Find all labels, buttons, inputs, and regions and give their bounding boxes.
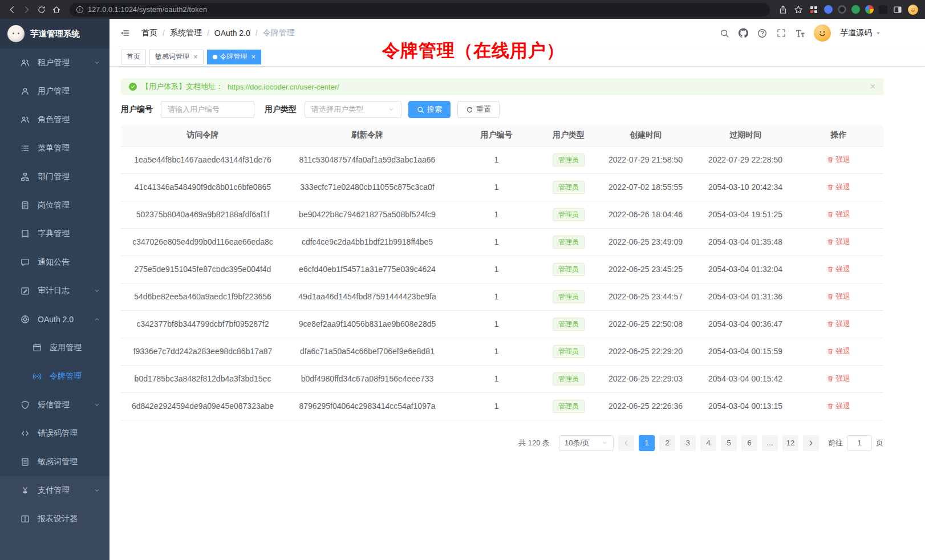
sidebar-item-auditlog[interactable]: 审计日志 bbox=[0, 277, 109, 305]
tab-close-icon[interactable]: × bbox=[193, 53, 198, 60]
font-size-icon[interactable] bbox=[795, 29, 805, 38]
page-button-6[interactable]: 6 bbox=[741, 435, 757, 451]
sidebar-item-oauth2[interactable]: OAuth 2.0 bbox=[0, 305, 109, 334]
user-avatar[interactable] bbox=[814, 25, 831, 42]
table-row: f9336e7c7dd242a283ee98dc86b17a87dfa6c71a… bbox=[121, 338, 883, 365]
sidebar-item-sms[interactable]: 短信管理 bbox=[0, 391, 109, 419]
page-size-select[interactable]: 10条/页 bbox=[559, 435, 614, 451]
sidebar-item-sensitive[interactable]: 敏感词管理 bbox=[0, 448, 109, 476]
sidebar-item-dict[interactable]: 字典管理 bbox=[0, 220, 109, 248]
address-bar[interactable]: 127.0.0.1:1024/system/oauth2/token bbox=[70, 3, 770, 17]
breadcrumb-item[interactable]: OAuth 2.0 bbox=[214, 29, 250, 38]
page-button-12[interactable]: 12 bbox=[782, 435, 798, 451]
user-menu[interactable]: 芋道源码 bbox=[840, 28, 882, 38]
refresh-token-cell: e6cfd40eb1f54571a31e775e039c4624 bbox=[285, 255, 450, 283]
refresh-token-cell: be90422b8c7946218275a508bf524fc9 bbox=[285, 201, 450, 228]
search-icon bbox=[417, 106, 424, 113]
sidebar-item-label: 字典管理 bbox=[38, 229, 100, 239]
page-button-3[interactable]: 3 bbox=[680, 435, 696, 451]
split-view-icon[interactable] bbox=[892, 5, 903, 15]
sidebar-item-tenant[interactable]: 租户管理 bbox=[0, 48, 109, 77]
page-unit-label: 页 bbox=[876, 438, 883, 448]
help-icon[interactable] bbox=[757, 29, 767, 38]
sidebar-item-pay[interactable]: 支付管理 bbox=[0, 476, 109, 505]
site-info-icon[interactable] bbox=[76, 6, 84, 14]
sidebar-item-report[interactable]: 报表设计器 bbox=[0, 505, 109, 533]
user-type-select[interactable]: 请选择用户类型 bbox=[305, 101, 401, 118]
delete-icon bbox=[827, 293, 834, 300]
column-header: 操作 bbox=[794, 125, 883, 146]
tab-home[interactable]: 首页 bbox=[121, 50, 146, 64]
browser-back-icon[interactable] bbox=[7, 5, 17, 15]
goto-page-input[interactable]: 1 bbox=[847, 435, 872, 451]
browser-forward-icon[interactable] bbox=[22, 5, 32, 15]
page-button-1[interactable]: 1 bbox=[639, 435, 655, 451]
table-row: 502375b8040a469a9b82188afdf6af1fbe90422b… bbox=[121, 201, 883, 228]
sidebar-item-label: 部门管理 bbox=[38, 172, 100, 182]
sidebar-item-notice[interactable]: 通知公告 bbox=[0, 248, 109, 277]
github-icon[interactable] bbox=[739, 29, 748, 38]
extension-icon-green[interactable] bbox=[851, 5, 860, 14]
create-time-cell: 2022-06-26 18:04:46 bbox=[594, 201, 697, 228]
force-logout-button[interactable]: 强退 bbox=[827, 209, 850, 220]
breadcrumb-separator: / bbox=[163, 29, 165, 38]
tab-token[interactable]: 令牌管理× bbox=[207, 50, 262, 64]
hamburger-icon[interactable] bbox=[120, 28, 130, 38]
user-type-badge: 管理员 bbox=[553, 208, 585, 221]
logo[interactable]: 芋道管理系统 bbox=[0, 19, 109, 48]
force-logout-button[interactable]: 强退 bbox=[827, 264, 850, 274]
browser-profile-avatar[interactable] bbox=[908, 5, 918, 15]
share-icon[interactable] bbox=[778, 5, 788, 15]
force-logout-button[interactable]: 强退 bbox=[827, 182, 850, 192]
browser-refresh-icon[interactable] bbox=[36, 5, 47, 15]
breadcrumb-item[interactable]: 首页 bbox=[141, 28, 157, 38]
create-time-cell: 2022-07-02 18:55:55 bbox=[594, 173, 697, 201]
user-icon bbox=[21, 87, 30, 96]
more-pages-button[interactable]: ... bbox=[762, 435, 778, 451]
page-button-4[interactable]: 4 bbox=[700, 435, 716, 451]
force-logout-button[interactable]: 强退 bbox=[827, 374, 850, 384]
sidebar-item-errcode[interactable]: 错误码管理 bbox=[0, 419, 109, 448]
doc-link[interactable]: https://doc.iocoder.cn/user-center/ bbox=[228, 83, 339, 91]
sidebar-item-dept[interactable]: 部门管理 bbox=[0, 163, 109, 191]
extension-icon-black[interactable] bbox=[879, 5, 887, 14]
sidebar-item-oauth2-app[interactable]: 应用管理 bbox=[0, 334, 109, 362]
fullscreen-icon[interactable] bbox=[776, 29, 786, 38]
sidebar-item-label: 菜单管理 bbox=[38, 143, 100, 153]
page-size-value: 10条/页 bbox=[565, 438, 590, 448]
user-type-badge: 管理员 bbox=[553, 153, 585, 167]
force-logout-button[interactable]: 强退 bbox=[827, 319, 850, 329]
yen-icon bbox=[21, 486, 30, 495]
create-time-cell: 2022-07-29 21:58:50 bbox=[594, 146, 697, 173]
sidebar-item-role[interactable]: 角色管理 bbox=[0, 105, 109, 134]
sidebar-item-menu[interactable]: 菜单管理 bbox=[0, 134, 109, 163]
force-logout-button[interactable]: 强退 bbox=[827, 155, 850, 165]
next-page-button[interactable] bbox=[803, 435, 819, 451]
extensions-grid-icon[interactable] bbox=[809, 5, 819, 15]
extension-icon-colorful[interactable] bbox=[865, 5, 874, 14]
extension-icon-dark[interactable] bbox=[838, 5, 846, 14]
page-button-5[interactable]: 5 bbox=[721, 435, 737, 451]
search-icon[interactable] bbox=[720, 29, 729, 38]
force-logout-button[interactable]: 强退 bbox=[827, 237, 850, 247]
browser-home-icon[interactable] bbox=[51, 5, 62, 15]
page-button-2[interactable]: 2 bbox=[659, 435, 675, 451]
force-logout-button[interactable]: 强退 bbox=[827, 401, 850, 411]
search-button[interactable]: 搜索 bbox=[408, 101, 451, 118]
prev-page-button[interactable] bbox=[618, 435, 634, 451]
tab-sensitive[interactable]: 敏感词管理× bbox=[149, 50, 204, 64]
user-id-input[interactable]: 请输入用户编号 bbox=[161, 101, 254, 118]
extension-icon-blue[interactable] bbox=[824, 5, 833, 14]
sidebar-item-user[interactable]: 用户管理 bbox=[0, 77, 109, 105]
breadcrumb-item[interactable]: 系统管理 bbox=[170, 28, 202, 38]
tab-close-icon[interactable]: × bbox=[251, 53, 256, 60]
force-logout-button[interactable]: 强退 bbox=[827, 346, 850, 356]
alert-close-icon[interactable]: × bbox=[870, 82, 875, 91]
sidebar-item-oauth2-token[interactable]: 令牌管理 bbox=[0, 362, 109, 391]
force-logout-button[interactable]: 强退 bbox=[827, 291, 850, 302]
bookmark-star-icon[interactable] bbox=[793, 5, 804, 15]
sidebar-item-post[interactable]: 岗位管理 bbox=[0, 191, 109, 220]
reset-button[interactable]: 重置 bbox=[457, 101, 500, 118]
table-row: 1ea5e44f8bc1467aaede43144f31de76811c5304… bbox=[121, 146, 883, 173]
breadcrumb-separator: / bbox=[255, 29, 258, 38]
